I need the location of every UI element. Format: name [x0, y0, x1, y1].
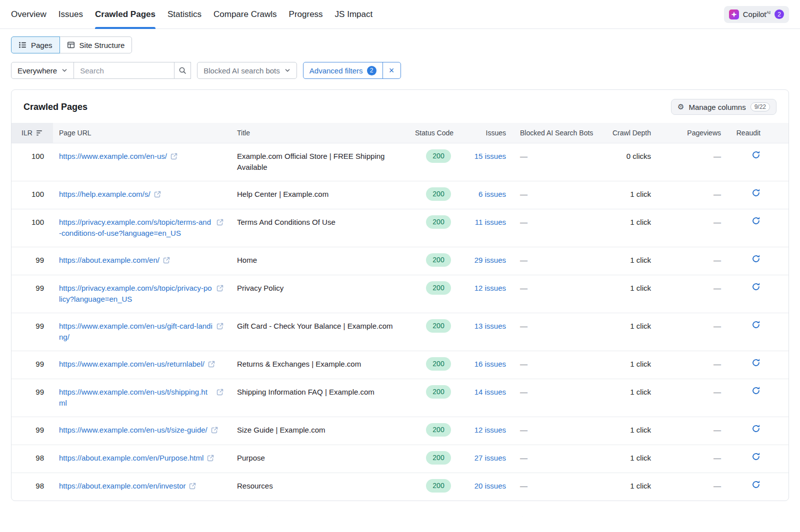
column-header-title[interactable]: Title — [231, 123, 411, 143]
issues-link[interactable]: 29 issues — [474, 256, 506, 264]
copilot-button[interactable]: CopilotAI 2 — [724, 6, 789, 23]
tab-js-impact[interactable]: JS Impact — [335, 0, 373, 28]
table-row: 99 https://www.example.com/en-us/returnl… — [12, 351, 789, 379]
ilr-value: 100 — [12, 209, 53, 247]
blocked-ai-bots-value: — — [511, 417, 604, 445]
pages-toggle-button[interactable]: Pages — [11, 36, 60, 53]
crawl-depth-value: 1 click — [604, 351, 656, 379]
column-header-issues[interactable]: Issues — [466, 123, 511, 143]
copilot-badge: 2 — [774, 9, 784, 19]
page-url-link[interactable]: https://www.example.com/en-us/gift-card-… — [59, 321, 213, 343]
card-header: Crawled Pages ⚙ Manage columns 9/22 — [12, 90, 788, 123]
issues-link[interactable]: 20 issues — [474, 482, 506, 490]
crawl-depth-value: 1 click — [604, 379, 656, 417]
tab-statistics[interactable]: Statistics — [168, 0, 202, 28]
status-code-badge: 200 — [426, 357, 450, 371]
page-url-link[interactable]: https://www.example.com/en-us/t/size-gui… — [59, 425, 208, 436]
reaudit-button[interactable] — [752, 254, 760, 263]
issues-link[interactable]: 15 issues — [474, 152, 506, 160]
search-box — [74, 62, 191, 79]
reaudit-button[interactable] — [752, 358, 760, 367]
column-header-blocked-ai-bots[interactable]: Blocked AI Search Bots — [511, 123, 604, 143]
page-url-link[interactable]: https://privacy.example.com/s/topic/term… — [59, 217, 213, 239]
site-structure-toggle-button[interactable]: Site Structure — [60, 36, 132, 53]
blocked-ai-bots-value: — — [511, 351, 604, 379]
crawl-depth-value: 1 click — [604, 209, 656, 247]
column-header-page-url[interactable]: Page URL — [53, 123, 231, 143]
external-link-icon[interactable] — [211, 427, 218, 434]
external-link-icon[interactable] — [163, 257, 170, 264]
nav-tabs: Overview Issues Crawled Pages Statistics… — [11, 0, 372, 28]
external-link-icon[interactable] — [216, 389, 224, 396]
pageviews-value: — — [656, 209, 726, 247]
tab-overview[interactable]: Overview — [11, 0, 46, 28]
list-icon — [18, 41, 26, 49]
reaudit-button[interactable] — [752, 188, 760, 197]
issues-link[interactable]: 16 issues — [474, 360, 506, 368]
page-url-link[interactable]: https://help.example.com/s/ — [59, 189, 150, 200]
status-code-badge: 200 — [426, 451, 450, 465]
manage-columns-button[interactable]: ⚙ Manage columns 9/22 — [671, 99, 776, 115]
crawled-pages-card: Crawled Pages ⚙ Manage columns 9/22 ILR — [11, 89, 789, 501]
external-link-icon[interactable] — [216, 323, 224, 330]
external-link-icon[interactable] — [216, 285, 224, 292]
crawl-depth-value: 1 click — [604, 313, 656, 351]
tab-progress[interactable]: Progress — [289, 0, 323, 28]
external-link-icon[interactable] — [208, 361, 215, 368]
column-header-status-code[interactable]: Status Code — [411, 123, 466, 143]
reaudit-button[interactable] — [752, 386, 760, 395]
issues-link[interactable]: 14 issues — [474, 388, 506, 396]
ilr-value: 99 — [12, 351, 53, 379]
issues-link[interactable]: 12 issues — [474, 426, 506, 434]
reaudit-button[interactable] — [752, 282, 760, 291]
tab-crawled-pages[interactable]: Crawled Pages — [95, 0, 156, 28]
blocked-ai-bots-dropdown-label: Blocked AI search bots — [204, 66, 280, 75]
ilr-value: 98 — [12, 473, 53, 501]
page-url-link[interactable]: https://about.example.com/en/Purpose.htm… — [59, 453, 204, 464]
issues-link[interactable]: 12 issues — [474, 284, 506, 292]
page-title: Size Guide | Example.com — [231, 417, 411, 445]
column-header-reaudit[interactable]: Reaudit — [726, 123, 789, 143]
external-link-icon[interactable] — [216, 219, 224, 226]
column-header-crawl-depth[interactable]: Crawl Depth — [604, 123, 656, 143]
tab-compare-crawls[interactable]: Compare Crawls — [214, 0, 277, 28]
external-link-icon[interactable] — [154, 191, 161, 198]
crawl-depth-value: 1 click — [604, 445, 656, 473]
page-url-link[interactable]: https://www.example.com/en-us/t/shipping… — [59, 387, 213, 409]
search-button[interactable] — [174, 62, 190, 78]
external-link-icon[interactable] — [170, 153, 178, 160]
scope-dropdown[interactable]: Everywhere — [11, 62, 74, 79]
copilot-sparkle-icon — [729, 9, 739, 19]
page-url-link[interactable]: https://www.example.com/en-us/ — [59, 151, 167, 162]
ilr-value: 99 — [12, 379, 53, 417]
tab-issues[interactable]: Issues — [58, 0, 83, 28]
page-url-link[interactable]: https://about.example.com/en/investor — [59, 481, 186, 492]
advanced-filters-button[interactable]: Advanced filters 2 — [304, 62, 382, 78]
column-header-ilr[interactable]: ILR — [12, 123, 53, 143]
page-url-link[interactable]: https://privacy.example.com/s/topic/priv… — [59, 283, 213, 305]
page-url-link[interactable]: https://www.example.com/en-us/returnlabe… — [59, 359, 204, 370]
crawl-depth-value: 0 clicks — [604, 143, 656, 181]
external-link-icon[interactable] — [207, 455, 214, 462]
column-header-pageviews[interactable]: Pageviews — [656, 123, 726, 143]
page-url-link[interactable]: https://about.example.com/en/ — [59, 255, 160, 266]
issues-link[interactable]: 13 issues — [474, 322, 506, 330]
reaudit-button[interactable] — [752, 424, 760, 433]
issues-link[interactable]: 11 issues — [475, 218, 506, 226]
advanced-filters-clear-button[interactable]: × — [382, 62, 400, 78]
issues-link[interactable]: 27 issues — [474, 454, 506, 462]
reaudit-button[interactable] — [752, 216, 760, 225]
reaudit-button[interactable] — [752, 452, 760, 461]
table-row: 99 https://www.example.com/en-us/t/shipp… — [12, 379, 789, 417]
page-title: Privacy Policy — [231, 275, 411, 313]
external-link-icon[interactable] — [189, 483, 196, 490]
search-input[interactable] — [74, 62, 174, 78]
reaudit-button[interactable] — [752, 480, 760, 489]
crawl-depth-value: 1 click — [604, 181, 656, 209]
issues-link[interactable]: 6 issues — [478, 190, 506, 198]
reaudit-button[interactable] — [752, 320, 760, 329]
table-row: 100 https://privacy.example.com/s/topic/… — [12, 209, 789, 247]
status-code-badge: 200 — [426, 215, 450, 229]
blocked-ai-bots-dropdown[interactable]: Blocked AI search bots — [197, 62, 297, 79]
reaudit-button[interactable] — [752, 150, 760, 159]
